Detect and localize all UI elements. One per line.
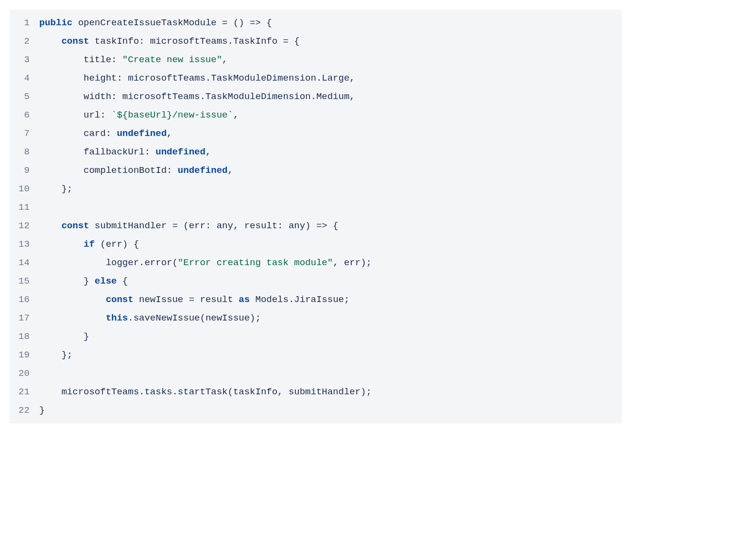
code-token: newIssue = result — [134, 294, 239, 305]
line-number: 2 — [10, 32, 36, 51]
code-token: } — [39, 405, 45, 416]
code-token: completionBotId: — [39, 165, 178, 176]
code-line: card: undefined, — [36, 124, 622, 143]
code-line: } else { — [36, 272, 622, 290]
code-line: url: `${baseUrl}/new-issue`, — [36, 106, 622, 124]
code-token: width: microsoftTeams.TaskModuleDimensio… — [39, 91, 355, 102]
code-token — [39, 239, 84, 250]
code-token: } — [39, 331, 89, 342]
code-token: undefined — [117, 128, 167, 139]
code-token: `${baseUrl} — [111, 110, 172, 120]
code-line: completionBotId: undefined, — [36, 161, 622, 180]
code-line: public openCreateIssueTaskModule = () =>… — [36, 14, 622, 32]
line-number: 21 — [10, 383, 36, 401]
line-number: 18 — [10, 327, 36, 346]
code-token: }; — [39, 184, 72, 194]
code-line: }; — [36, 180, 622, 198]
line-number: 14 — [10, 253, 36, 272]
code-token: (err) { — [95, 239, 139, 250]
code-line: } — [36, 327, 622, 346]
code-token: fallbackUrl: — [39, 147, 155, 157]
code-token: taskInfo: microsoftTeams.TaskInfo = { — [89, 36, 299, 47]
line-number: 13 — [10, 235, 36, 253]
line-number: 22 — [10, 401, 36, 420]
code-token: openCreateIssueTaskModule = () => { — [72, 17, 272, 28]
code-token: const — [106, 294, 134, 305]
code-line: const taskInfo: microsoftTeams.TaskInfo … — [36, 32, 622, 51]
code-line: const submitHandler = (err: any, result:… — [36, 217, 622, 235]
code-token: , — [206, 147, 211, 157]
code-line: const newIssue = result as Models.JiraIs… — [36, 290, 622, 309]
line-number: 9 — [10, 161, 36, 180]
line-number: 1 — [10, 14, 36, 32]
code-line: this.saveNewIssue(newIssue); — [36, 309, 622, 327]
line-number: 19 — [10, 346, 36, 364]
code-token: /new-issue` — [172, 110, 233, 120]
code-token: { — [117, 276, 128, 287]
code-token: public — [39, 17, 72, 28]
code-token: submitHandler = (err: any, result: any) … — [89, 220, 338, 231]
line-number: 7 — [10, 124, 36, 143]
code-token: , — [167, 128, 172, 139]
line-number: 12 — [10, 217, 36, 235]
code-line — [36, 198, 622, 217]
code-token: }; — [39, 350, 72, 360]
code-token: } — [39, 276, 95, 287]
code-token: card: — [39, 128, 117, 139]
code-token: this — [106, 313, 128, 323]
code-token: url: — [39, 110, 111, 120]
line-number: 6 — [10, 106, 36, 124]
code-block: 12345678910111213141516171819202122 publ… — [10, 10, 622, 423]
code-line: logger.error("Error creating task module… — [36, 253, 622, 272]
code-token — [39, 294, 106, 305]
code-token: , — [227, 165, 233, 176]
line-number: 5 — [10, 87, 36, 106]
code-token: title: — [39, 54, 122, 65]
code-token: as — [239, 294, 250, 305]
line-number: 17 — [10, 309, 36, 327]
line-number: 8 — [10, 143, 36, 161]
code-token: , err); — [333, 257, 372, 268]
code-token: undefined — [178, 165, 228, 176]
code-line: fallbackUrl: undefined, — [36, 143, 622, 161]
code-token: const — [61, 220, 89, 231]
line-number: 20 — [10, 364, 36, 383]
line-number: 10 — [10, 180, 36, 198]
code-line: title: "Create new issue", — [36, 51, 622, 69]
code-token: height: microsoftTeams.TaskModuleDimensi… — [39, 73, 355, 84]
code-token: if — [84, 239, 95, 250]
code-token — [39, 36, 62, 47]
code-token: , — [222, 54, 227, 65]
code-token: .saveNewIssue(newIssue); — [128, 313, 261, 323]
code-line: if (err) { — [36, 235, 622, 253]
line-number: 3 — [10, 51, 36, 69]
code-line: height: microsoftTeams.TaskModuleDimensi… — [36, 69, 622, 87]
code-token: , — [233, 110, 239, 120]
code-token — [39, 313, 106, 323]
code-token: else — [95, 276, 117, 287]
line-number: 11 — [10, 198, 36, 217]
code-token: microsoftTeams.tasks.startTask(taskInfo,… — [39, 387, 372, 397]
line-number: 15 — [10, 272, 36, 290]
line-number-gutter: 12345678910111213141516171819202122 — [10, 10, 36, 423]
line-number: 16 — [10, 290, 36, 309]
code-token — [39, 220, 62, 231]
code-token: Models.JiraIssue; — [250, 294, 349, 305]
code-token: "Create new issue" — [122, 54, 222, 65]
code-token: logger.error( — [39, 257, 178, 268]
code-line: width: microsoftTeams.TaskModuleDimensio… — [36, 87, 622, 106]
code-token: "Error creating task module" — [178, 257, 333, 268]
code-line: } — [36, 401, 622, 420]
code-token: undefined — [155, 147, 206, 157]
code-content[interactable]: public openCreateIssueTaskModule = () =>… — [36, 10, 622, 423]
code-token: const — [61, 36, 89, 47]
code-line — [36, 364, 622, 383]
code-line: microsoftTeams.tasks.startTask(taskInfo,… — [36, 383, 622, 401]
line-number: 4 — [10, 69, 36, 87]
code-line: }; — [36, 346, 622, 364]
